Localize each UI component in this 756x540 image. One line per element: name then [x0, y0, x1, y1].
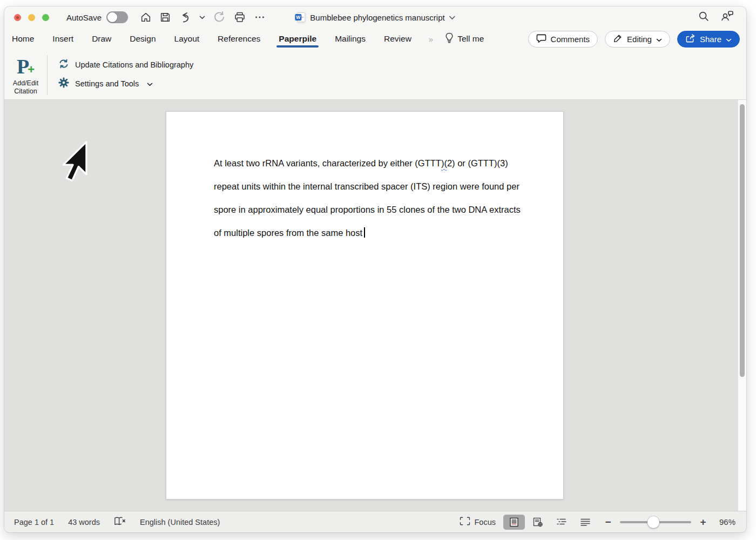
mouse-pointer-icon: [61, 141, 89, 184]
tab-references[interactable]: References: [217, 29, 261, 49]
doc-line-2: repeat units within the internal transcr…: [214, 175, 563, 198]
gear-icon: [58, 77, 69, 90]
add-edit-citation-button[interactable]: P+ Add/Edit Citation: [4, 50, 47, 99]
word-window: AutoSave: [4, 6, 746, 532]
editing-chevron-icon: [656, 35, 662, 44]
doc-line-3: spore in approximately equal proportions…: [214, 198, 563, 221]
save-icon[interactable]: [159, 11, 171, 23]
tab-paperpile[interactable]: Paperpile: [278, 29, 318, 49]
add-edit-label-line2: Citation: [13, 87, 38, 96]
language-indicator[interactable]: English (United States): [140, 518, 220, 526]
focus-icon: [460, 517, 470, 527]
more-options-icon[interactable]: [254, 11, 266, 23]
settings-and-tools-button[interactable]: Settings and Tools: [58, 77, 193, 90]
sync-icon: [58, 58, 69, 71]
zoom-slider-thumb[interactable]: [647, 516, 659, 528]
word-doc-icon: W: [295, 12, 306, 23]
document-page[interactable]: At least two rRNA variants, characterize…: [166, 111, 564, 500]
vertical-scrollbar[interactable]: [738, 100, 746, 511]
undo-icon[interactable]: [179, 11, 192, 24]
search-icon[interactable]: [698, 10, 710, 24]
document-canvas: At least two rRNA variants, characterize…: [4, 100, 746, 511]
feedback-people-icon[interactable]: [720, 10, 734, 25]
fullscreen-button[interactable]: [42, 14, 49, 21]
editing-mode-button[interactable]: Editing: [605, 31, 670, 48]
tab-tell-me[interactable]: Tell me: [444, 28, 485, 50]
tab-insert[interactable]: Insert: [51, 29, 75, 49]
redo-icon: [213, 11, 226, 24]
scrollbar-thumb[interactable]: [740, 104, 745, 377]
doc-line-1: At least two rRNA variants, characterize…: [214, 152, 563, 175]
paperpile-ribbon: P+ Add/Edit Citation Update Citations an…: [4, 50, 746, 100]
proofing-errors-icon[interactable]: [114, 516, 126, 528]
outline-view-button[interactable]: [551, 515, 572, 530]
zoom-out-button[interactable]: −: [604, 516, 612, 528]
pencil-icon: [613, 33, 623, 45]
print-icon[interactable]: [233, 11, 246, 24]
traffic-lights: [14, 14, 49, 21]
tab-design[interactable]: Design: [129, 29, 157, 49]
paperpile-logo-icon: P+: [17, 56, 35, 79]
tab-overflow-icon[interactable]: »: [429, 35, 432, 44]
lightbulb-icon: [445, 32, 454, 45]
minimize-button[interactable]: [28, 14, 35, 21]
document-title[interactable]: Bumblebee phylogenetics manuscript: [310, 13, 444, 22]
tab-layout[interactable]: Layout: [173, 29, 201, 49]
share-icon: [685, 33, 696, 45]
text-cursor: [364, 227, 365, 238]
share-button[interactable]: Share: [677, 31, 740, 48]
settings-chevron-icon: [147, 79, 153, 88]
ribbon-tabs: Home Insert Draw Design Layout Reference…: [4, 28, 746, 50]
add-edit-label-line1: Add/Edit: [13, 79, 38, 87]
autosave-label: AutoSave: [66, 13, 102, 22]
tab-review[interactable]: Review: [383, 29, 413, 49]
title-bar: AutoSave: [4, 6, 746, 28]
draft-view-button[interactable]: [575, 515, 596, 530]
page-count[interactable]: Page 1 of 1: [14, 518, 54, 526]
comment-bubble-icon: [536, 33, 546, 45]
zoom-in-button[interactable]: +: [699, 516, 707, 528]
zoom-percentage[interactable]: 96%: [715, 517, 735, 526]
doc-line-4: of multiple spores from the same host: [214, 221, 563, 245]
home-icon[interactable]: [140, 11, 152, 23]
print-layout-view-button[interactable]: [503, 515, 525, 530]
status-bar: Page 1 of 1 43 words English (United Sta…: [4, 511, 746, 532]
active-tab-underline: [276, 45, 319, 48]
undo-chevron-icon[interactable]: [199, 16, 205, 19]
share-chevron-icon: [726, 35, 732, 44]
tab-mailings[interactable]: Mailings: [334, 29, 367, 49]
word-count[interactable]: 43 words: [68, 518, 100, 526]
zoom-slider[interactable]: [620, 516, 691, 528]
focus-button[interactable]: Focus: [460, 517, 496, 527]
tab-draw[interactable]: Draw: [91, 29, 112, 49]
update-citations-button[interactable]: Update Citations and Bibliography: [58, 58, 193, 71]
tab-home[interactable]: Home: [11, 29, 35, 49]
comments-button[interactable]: Comments: [528, 31, 598, 48]
web-layout-view-button[interactable]: [527, 515, 549, 530]
document-text: At least two rRNA variants, characterize…: [214, 152, 563, 245]
autosave-toggle[interactable]: [106, 11, 128, 23]
close-button[interactable]: [14, 14, 21, 21]
grammar-squiggle: )(: [441, 158, 447, 168]
title-chevron-icon[interactable]: [449, 12, 456, 22]
